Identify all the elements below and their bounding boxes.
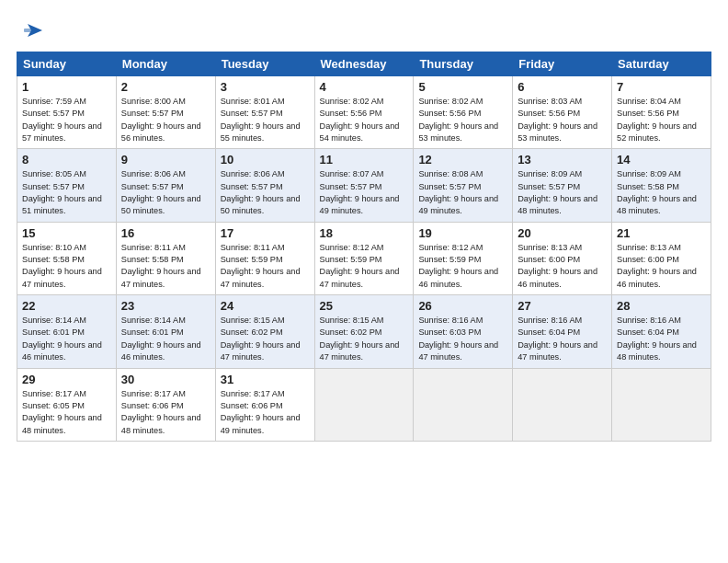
day-number: 6	[518, 80, 607, 94]
day-info: Sunrise: 8:17 AMSunset: 6:06 PMDaylight:…	[121, 388, 210, 437]
day-info: Sunrise: 8:11 AMSunset: 5:58 PMDaylight:…	[121, 242, 210, 291]
day-info: Sunrise: 8:06 AMSunset: 5:57 PMDaylight:…	[221, 168, 310, 217]
page: SundayMondayTuesdayWednesdayThursdayFrid…	[0, 0, 728, 563]
day-number: 12	[418, 153, 507, 167]
calendar-cell: 20Sunrise: 8:13 AMSunset: 6:00 PMDayligh…	[513, 222, 612, 294]
calendar-cell: 10Sunrise: 8:06 AMSunset: 5:57 PMDayligh…	[215, 149, 314, 222]
calendar-cell: 4Sunrise: 8:02 AMSunset: 5:56 PMDaylight…	[314, 76, 414, 149]
day-info: Sunrise: 8:09 AMSunset: 5:58 PMDaylight:…	[617, 168, 706, 217]
day-number: 16	[121, 226, 210, 240]
day-number: 28	[617, 299, 706, 313]
day-number: 2	[121, 80, 210, 94]
calendar-cell: 9Sunrise: 8:06 AMSunset: 5:57 PMDaylight…	[116, 149, 215, 222]
calendar-cell: 15Sunrise: 8:10 AMSunset: 5:58 PMDayligh…	[17, 222, 117, 294]
day-number: 4	[320, 80, 409, 94]
day-number: 20	[518, 226, 607, 240]
day-number: 24	[221, 299, 310, 313]
calendar-cell: 21Sunrise: 8:13 AMSunset: 6:00 PMDayligh…	[612, 222, 711, 294]
calendar-cell: 6Sunrise: 8:03 AMSunset: 5:56 PMDaylight…	[513, 76, 612, 149]
day-info: Sunrise: 8:17 AMSunset: 6:06 PMDaylight:…	[221, 388, 310, 437]
calendar-cell: 30Sunrise: 8:17 AMSunset: 6:06 PMDayligh…	[116, 368, 215, 441]
logo-icon	[18, 17, 46, 44]
day-info: Sunrise: 8:16 AMSunset: 6:03 PMDaylight:…	[418, 315, 507, 363]
day-info: Sunrise: 8:01 AMSunset: 5:57 PMDaylight:…	[221, 96, 310, 144]
calendar-cell: 26Sunrise: 8:16 AMSunset: 6:03 PMDayligh…	[414, 295, 513, 368]
calendar-cell: 17Sunrise: 8:11 AMSunset: 5:59 PMDayligh…	[215, 222, 314, 294]
calendar-header-row: SundayMondayTuesdayWednesdayThursdayFrid…	[17, 52, 711, 76]
calendar-cell: 11Sunrise: 8:07 AMSunset: 5:57 PMDayligh…	[314, 149, 414, 222]
day-info: Sunrise: 8:03 AMSunset: 5:56 PMDaylight:…	[518, 96, 607, 144]
day-number: 5	[418, 80, 507, 94]
day-info: Sunrise: 8:13 AMSunset: 6:00 PMDaylight:…	[617, 242, 706, 291]
day-info: Sunrise: 8:14 AMSunset: 6:01 PMDaylight:…	[121, 315, 210, 363]
day-of-week-header: Saturday	[612, 52, 711, 76]
calendar-cell: 3Sunrise: 8:01 AMSunset: 5:57 PMDaylight…	[215, 76, 314, 149]
calendar-table: SundayMondayTuesdayWednesdayThursdayFrid…	[17, 52, 711, 442]
day-number: 1	[22, 80, 111, 94]
calendar-cell: 22Sunrise: 8:14 AMSunset: 6:01 PMDayligh…	[17, 295, 117, 368]
day-info: Sunrise: 8:12 AMSunset: 5:59 PMDaylight:…	[418, 242, 507, 291]
calendar-cell	[414, 368, 513, 441]
day-info: Sunrise: 8:11 AMSunset: 5:59 PMDaylight:…	[221, 242, 310, 291]
day-number: 15	[22, 226, 111, 240]
calendar-week-row: 29Sunrise: 8:17 AMSunset: 6:05 PMDayligh…	[17, 368, 711, 441]
logo	[17, 17, 46, 44]
calendar-cell: 31Sunrise: 8:17 AMSunset: 6:06 PMDayligh…	[215, 368, 314, 441]
day-info: Sunrise: 8:09 AMSunset: 5:57 PMDaylight:…	[518, 168, 607, 217]
day-of-week-header: Thursday	[414, 52, 513, 76]
calendar-cell: 24Sunrise: 8:15 AMSunset: 6:02 PMDayligh…	[215, 295, 314, 368]
day-number: 29	[22, 373, 111, 386]
calendar-week-row: 15Sunrise: 8:10 AMSunset: 5:58 PMDayligh…	[17, 222, 711, 294]
day-number: 9	[121, 153, 210, 167]
day-number: 10	[221, 153, 310, 167]
calendar-cell: 19Sunrise: 8:12 AMSunset: 5:59 PMDayligh…	[414, 222, 513, 294]
day-number: 31	[221, 373, 310, 386]
calendar-cell: 13Sunrise: 8:09 AMSunset: 5:57 PMDayligh…	[513, 149, 612, 222]
calendar-cell: 12Sunrise: 8:08 AMSunset: 5:57 PMDayligh…	[414, 149, 513, 222]
day-info: Sunrise: 8:16 AMSunset: 6:04 PMDaylight:…	[518, 315, 607, 363]
day-info: Sunrise: 8:15 AMSunset: 6:02 PMDaylight:…	[320, 315, 409, 363]
day-info: Sunrise: 8:13 AMSunset: 6:00 PMDaylight:…	[518, 242, 607, 291]
calendar-cell: 23Sunrise: 8:14 AMSunset: 6:01 PMDayligh…	[116, 295, 215, 368]
day-info: Sunrise: 8:17 AMSunset: 6:05 PMDaylight:…	[22, 388, 111, 437]
day-number: 3	[221, 80, 310, 94]
calendar-cell: 1Sunrise: 7:59 AMSunset: 5:57 PMDaylight…	[17, 76, 117, 149]
day-info: Sunrise: 8:06 AMSunset: 5:57 PMDaylight:…	[121, 168, 210, 217]
day-number: 23	[121, 299, 210, 313]
day-number: 21	[617, 226, 706, 240]
calendar-cell: 7Sunrise: 8:04 AMSunset: 5:56 PMDaylight…	[612, 76, 711, 149]
day-info: Sunrise: 8:16 AMSunset: 6:04 PMDaylight:…	[617, 315, 706, 363]
calendar-cell	[314, 368, 414, 441]
day-info: Sunrise: 8:08 AMSunset: 5:57 PMDaylight:…	[418, 168, 507, 217]
calendar-cell: 14Sunrise: 8:09 AMSunset: 5:58 PMDayligh…	[612, 149, 711, 222]
day-of-week-header: Sunday	[17, 52, 117, 76]
day-number: 8	[22, 153, 111, 167]
day-number: 11	[320, 153, 409, 167]
day-number: 30	[121, 373, 210, 386]
day-number: 26	[418, 299, 507, 313]
day-number: 13	[518, 153, 607, 167]
day-of-week-header: Wednesday	[314, 52, 414, 76]
calendar-cell: 27Sunrise: 8:16 AMSunset: 6:04 PMDayligh…	[513, 295, 612, 368]
calendar-cell: 2Sunrise: 8:00 AMSunset: 5:57 PMDaylight…	[116, 76, 215, 149]
header	[17, 17, 711, 44]
calendar-week-row: 8Sunrise: 8:05 AMSunset: 5:57 PMDaylight…	[17, 149, 711, 222]
day-number: 18	[320, 226, 409, 240]
day-info: Sunrise: 8:10 AMSunset: 5:58 PMDaylight:…	[22, 242, 111, 291]
day-info: Sunrise: 8:05 AMSunset: 5:57 PMDaylight:…	[22, 168, 111, 217]
day-number: 14	[617, 153, 706, 167]
calendar-cell: 16Sunrise: 8:11 AMSunset: 5:58 PMDayligh…	[116, 222, 215, 294]
svg-rect-1	[24, 29, 31, 32]
day-of-week-header: Tuesday	[215, 52, 314, 76]
day-number: 19	[418, 226, 507, 240]
day-info: Sunrise: 8:15 AMSunset: 6:02 PMDaylight:…	[221, 315, 310, 363]
calendar-cell: 28Sunrise: 8:16 AMSunset: 6:04 PMDayligh…	[612, 295, 711, 368]
day-number: 25	[320, 299, 409, 313]
day-info: Sunrise: 8:04 AMSunset: 5:56 PMDaylight:…	[617, 96, 706, 144]
calendar-cell	[513, 368, 612, 441]
day-number: 27	[518, 299, 607, 313]
day-info: Sunrise: 8:14 AMSunset: 6:01 PMDaylight:…	[22, 315, 111, 363]
day-number: 7	[617, 80, 706, 94]
calendar-week-row: 22Sunrise: 8:14 AMSunset: 6:01 PMDayligh…	[17, 295, 711, 368]
calendar-cell: 29Sunrise: 8:17 AMSunset: 6:05 PMDayligh…	[17, 368, 117, 441]
